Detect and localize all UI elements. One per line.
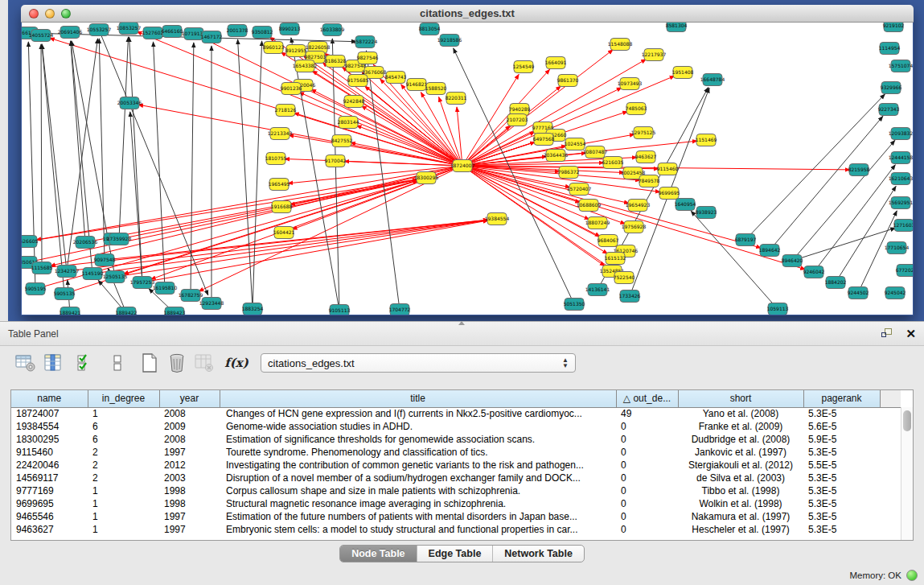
graph-node[interactable]: 2718126 — [275, 105, 297, 117]
graph-node[interactable]: 8912955 — [285, 45, 307, 57]
graph-node[interactable]: 6216035 — [602, 157, 624, 169]
table-row[interactable]: 1830029562008Estimation of significance … — [11, 433, 901, 446]
graph-node[interactable]: 9827546 — [357, 52, 379, 64]
graph-node[interactable]: 1883254 — [242, 303, 264, 315]
network-canvas[interactable]: 1872400719384554183002958960123891295518… — [22, 23, 913, 315]
table-cell[interactable]: 5.5E-5 — [803, 459, 880, 472]
table-cell[interactable]: 2003 — [159, 472, 220, 484]
graph-edge[interactable] — [299, 93, 462, 166]
import-table-icon[interactable] — [193, 352, 216, 374]
graph-node[interactable]: 1114954 — [879, 43, 901, 55]
graph-node[interactable]: 10688609 — [577, 200, 602, 212]
table-cell[interactable]: 19384554 — [11, 420, 88, 433]
graph-node[interactable]: 12923448 — [199, 298, 224, 310]
graph-node[interactable]: 20206536 — [73, 237, 98, 249]
graph-node[interactable]: 14055724 — [29, 30, 54, 42]
graph-node[interactable]: 12505135 — [103, 271, 128, 283]
graph-node[interactable]: 6497568 — [533, 134, 555, 146]
graph-node[interactable]: 16543382 — [293, 60, 318, 72]
graph-node[interactable]: 9170042 — [325, 155, 347, 167]
table-cell[interactable]: 5.6E-5 — [803, 420, 880, 433]
close-panel-icon[interactable]: ✕ — [906, 328, 916, 340]
graph-node[interactable]: 1951408 — [672, 67, 694, 79]
table-cell[interactable]: 0 — [616, 523, 678, 536]
graph-node[interactable]: 1889421 — [60, 307, 81, 315]
table-row[interactable]: 1456911722003Disruption of a novel membe… — [11, 472, 901, 484]
graph-node[interactable]: 7485063 — [626, 103, 647, 115]
table-row[interactable]: 977716911998Corpus callosum shape and si… — [11, 484, 901, 497]
graph-node[interactable]: 9242848 — [343, 96, 365, 108]
column-header-out-degree[interactable]: △ out_de... — [616, 390, 678, 407]
graph-edge[interactable] — [366, 51, 400, 310]
table-cell[interactable]: 1997 — [159, 510, 220, 523]
table-cell[interactable]: 1997 — [159, 446, 220, 459]
graph-node[interactable]: 8990213 — [279, 23, 301, 35]
graph-node[interactable]: 12342757 — [55, 266, 80, 278]
table-cell[interactable]: 9115460 — [11, 446, 88, 459]
graph-node[interactable]: 7522540 — [614, 272, 635, 284]
graph-edge[interactable] — [332, 39, 339, 311]
float-panel-icon[interactable] — [881, 328, 894, 340]
table-cell[interactable]: 5.3E-5 — [803, 484, 880, 497]
graph-node[interactable]: 2803144 — [338, 117, 359, 129]
graph-node[interactable]: 2526605 — [22, 236, 39, 248]
table-cell[interactable]: 2008 — [159, 407, 220, 420]
graph-node[interactable]: 16648784 — [700, 74, 725, 86]
graph-node[interactable]: 9699695 — [659, 187, 680, 200]
graph-node[interactable]: 17957253 — [130, 277, 155, 289]
graph-node[interactable]: 9684067 — [598, 235, 619, 247]
graph-edge[interactable] — [50, 38, 462, 166]
graph-node[interactable]: 8220311 — [446, 93, 467, 105]
table-row[interactable]: 969969511998Structural magnetic resonanc… — [11, 497, 901, 510]
graph-node[interactable]: 14136141 — [585, 284, 610, 296]
graph-node[interactable]: 18724007 — [450, 160, 475, 172]
graph-node[interactable]: 6772023 — [896, 265, 913, 277]
table-cell[interactable]: 22420046 — [11, 459, 88, 472]
table-cell[interactable]: 1 — [88, 497, 159, 510]
table-cell[interactable]: Stergiakouli et al. (2012) — [678, 459, 803, 472]
table-cell[interactable]: 5.9E-5 — [803, 433, 880, 446]
graph-node[interactable]: 2001378 — [227, 25, 248, 37]
table-cell[interactable]: 1 — [88, 523, 159, 536]
graph-node[interactable]: 12217937 — [642, 49, 667, 61]
graph-node[interactable]: 1965495 — [269, 179, 290, 191]
graph-node[interactable]: 1889423 — [164, 307, 186, 315]
graph-edge[interactable] — [238, 39, 253, 309]
graph-node[interactable]: 9350812 — [252, 27, 273, 39]
graph-node[interactable]: 20053346 — [117, 97, 142, 109]
graph-node[interactable]: 8581304 — [666, 23, 688, 32]
graph-edge[interactable] — [191, 43, 194, 295]
table-cell[interactable]: 18724007 — [11, 407, 88, 420]
graph-edge[interactable] — [691, 211, 778, 309]
graph-node[interactable]: 16210643 — [889, 173, 913, 185]
graph-node[interactable]: 8960123 — [263, 42, 285, 54]
graph-node[interactable]: 8427552 — [331, 135, 353, 147]
column-header-pagerank[interactable]: pagerank — [803, 390, 880, 407]
function-builder-icon[interactable]: f(x) — [225, 352, 248, 374]
graph-node[interactable]: 1145190 — [82, 268, 104, 280]
graph-node[interactable]: 11548088 — [608, 39, 633, 51]
graph-node[interactable]: 20691406 — [58, 27, 83, 39]
graph-node[interactable]: 9245042 — [885, 287, 906, 299]
graph-node[interactable]: 1640954 — [675, 199, 696, 211]
table-cell[interactable]: Changes of HCN gene expression and I(f) … — [220, 407, 616, 420]
graph-node[interactable]: 12213343 — [268, 128, 293, 140]
graph-node[interactable]: 5051350 — [564, 299, 585, 311]
table-cell[interactable]: 1 — [88, 510, 159, 523]
table-cell[interactable]: 9465546 — [11, 510, 88, 523]
graph-node[interactable]: 1588520 — [425, 83, 447, 95]
graph-edge[interactable] — [814, 165, 895, 272]
graph-node[interactable]: 1115685 — [31, 262, 53, 274]
graph-node[interactable]: 8946420 — [782, 255, 803, 267]
graph-node[interactable]: 9463627 — [635, 151, 657, 163]
table-cell[interactable]: Hescheler et al. (1997) — [678, 523, 803, 536]
graph-node[interactable]: 9861370 — [557, 75, 579, 87]
memory-status-indicator[interactable] — [906, 570, 918, 581]
graph-node[interactable]: 7849578 — [639, 175, 660, 187]
delete-table-icon[interactable] — [166, 352, 188, 374]
table-cell[interactable]: 5.3E-5 — [803, 497, 880, 510]
table-cell[interactable]: 5.3E-5 — [803, 523, 880, 536]
graph-node[interactable]: 8454743 — [385, 72, 407, 84]
table-cell[interactable]: Jankovic et al. (1997) — [678, 446, 803, 459]
table-row[interactable]: 911546021997Tourette syndrome. Phenomeno… — [11, 446, 901, 459]
